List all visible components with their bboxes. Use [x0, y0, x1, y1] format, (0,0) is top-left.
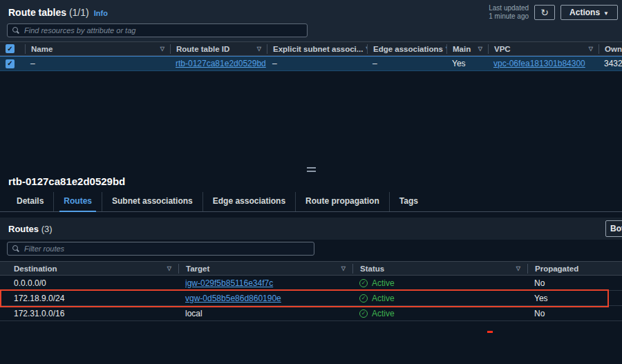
cell-name: – — [25, 59, 170, 68]
last-updated-text: Last updated 1 minute ago — [489, 4, 529, 21]
cell-owner: 3432 — [599, 59, 622, 68]
caret-down-icon: ▼ — [603, 10, 609, 17]
resource-search-row — [0, 22, 622, 41]
routes-title: Routes (3) — [8, 224, 53, 234]
tab-edge-associations[interactable]: Edge associations — [202, 192, 295, 211]
sort-icon: ▽ — [478, 46, 482, 52]
route-tables-table-header: Name▽ Route table ID▽ Explicit subnet as… — [0, 41, 622, 56]
select-all-cell — [0, 44, 25, 54]
route-table-row[interactable]: – rtb-0127ca81e2d0529bd – – Yes vpc-06fe… — [0, 56, 622, 71]
resource-search-box[interactable] — [7, 23, 308, 37]
column-header-edge-associations[interactable]: Edge associations▽ — [367, 44, 446, 54]
status-text: Active — [372, 309, 395, 318]
route-tables-header-bar: Route tables (1/1) Info Last updated 1 m… — [0, 0, 622, 22]
cell-destination: 0.0.0.0/0 — [0, 278, 178, 288]
cell-status: Active — [352, 294, 527, 303]
splitter-handle-icon — [307, 167, 316, 172]
status-active-icon — [359, 309, 368, 318]
tab-details[interactable]: Details — [7, 192, 53, 211]
status-active-icon — [359, 279, 368, 287]
resource-count: (1/1) — [69, 7, 89, 18]
both-filter-button[interactable]: Both — [605, 220, 622, 237]
tab-tags[interactable]: Tags — [389, 192, 428, 211]
column-header-explicit-subnet[interactable]: Explicit subnet associ...▽ — [267, 44, 367, 54]
detail-title: rtb-0127ca81e2d0529bd — [0, 173, 622, 192]
column-header-owner[interactable]: Own — [599, 44, 622, 54]
status-text: Active — [372, 278, 395, 288]
column-header-route-table-id[interactable]: Route table ID▽ — [170, 44, 267, 54]
refresh-icon: ↻ — [540, 7, 549, 18]
column-header-status[interactable]: Status▽ — [352, 264, 527, 274]
routes-filter-row — [0, 240, 622, 261]
target-link[interactable]: igw-029f5b85116e34f7c — [185, 278, 273, 288]
cell-route-table-id: rtb-0127ca81e2d0529bd — [170, 59, 267, 68]
search-icon — [12, 27, 20, 35]
cell-main: Yes — [446, 59, 488, 68]
column-header-vpc[interactable]: VPC▽ — [488, 44, 599, 54]
cell-status: Active — [352, 309, 527, 318]
routes-filter-box[interactable] — [7, 242, 314, 256]
cell-propagated: No — [527, 278, 622, 288]
sort-icon: ▽ — [516, 265, 520, 271]
target-link[interactable]: vgw-0d58b5e86d860190e — [185, 294, 281, 303]
column-header-target[interactable]: Target▽ — [178, 264, 352, 274]
sort-icon: ▽ — [160, 46, 164, 52]
detail-tabs: Details Routes Subnet associations Edge … — [0, 192, 622, 212]
tab-route-propagation[interactable]: Route propagation — [295, 192, 389, 211]
annotation-mark — [487, 331, 493, 333]
row-select-cell — [0, 59, 25, 68]
route-row[interactable]: 0.0.0.0/0 igw-029f5b85116e34f7c Active N… — [0, 276, 622, 291]
vpc-link[interactable]: vpc-06fea181301b84300 — [493, 59, 585, 68]
routes-card-header: Routes (3) Both — [0, 218, 622, 240]
routes-table: Destination▽ Target▽ Status▽ Propagated … — [0, 261, 622, 321]
route-row-highlighted[interactable]: 172.18.9.0/24 vgw-0d58b5e86d860190e Acti… — [0, 291, 622, 306]
select-all-checkbox[interactable] — [6, 44, 15, 53]
routes-card: Routes (3) Both Destination▽ Target▽ Sta… — [0, 218, 622, 321]
column-header-propagated[interactable]: Propagated — [527, 264, 622, 274]
routes-table-header: Destination▽ Target▽ Status▽ Propagated — [0, 261, 622, 276]
route-tables-panel: Route tables (1/1) Info Last updated 1 m… — [0, 0, 622, 71]
column-header-destination[interactable]: Destination▽ — [0, 264, 178, 274]
panel-splitter[interactable] — [0, 167, 622, 172]
aws-vpc-console: Route tables (1/1) Info Last updated 1 m… — [0, 0, 622, 364]
column-header-main[interactable]: Main▽ — [446, 44, 488, 54]
row-checkbox[interactable] — [6, 59, 15, 68]
actions-button[interactable]: Actions▼ — [560, 5, 618, 20]
cell-explicit-subnet: – — [267, 59, 367, 68]
cell-destination: 172.18.9.0/24 — [0, 294, 178, 303]
status-text: Active — [372, 294, 395, 303]
cell-vpc: vpc-06fea181301b84300 — [488, 59, 599, 68]
cell-propagated: Yes — [527, 294, 622, 303]
cell-edge-associations: – — [367, 59, 446, 68]
filter-routes-input[interactable] — [24, 245, 309, 253]
cell-target: vgw-0d58b5e86d860190e — [178, 294, 352, 303]
cell-target: igw-029f5b85116e34f7c — [178, 278, 352, 288]
status-active-icon — [359, 294, 368, 303]
sort-icon: ▽ — [589, 46, 593, 52]
page-title: Route tables (1/1) — [8, 7, 89, 18]
route-row[interactable]: 172.31.0.0/16 local Active No — [0, 306, 622, 321]
column-header-name[interactable]: Name▽ — [25, 44, 170, 54]
refresh-button[interactable]: ↻ — [534, 5, 555, 20]
cell-destination: 172.31.0.0/16 — [0, 309, 178, 318]
search-icon — [12, 245, 20, 253]
tab-routes[interactable]: Routes — [53, 192, 102, 211]
sort-icon: ▽ — [341, 265, 346, 271]
tab-subnet-associations[interactable]: Subnet associations — [102, 192, 202, 211]
sort-icon: ▽ — [167, 265, 171, 271]
route-table-id-link[interactable]: rtb-0127ca81e2d0529bd — [176, 59, 266, 68]
resource-search-input[interactable] — [24, 26, 302, 35]
routes-count: (3) — [41, 224, 53, 234]
route-table-detail-panel: rtb-0127ca81e2d0529bd Details Routes Sub… — [0, 173, 622, 364]
cell-target: local — [178, 309, 352, 318]
info-link[interactable]: Info — [94, 9, 108, 17]
sort-icon: ▽ — [257, 46, 261, 52]
cell-status: Active — [352, 278, 527, 288]
cell-propagated: No — [527, 309, 622, 318]
